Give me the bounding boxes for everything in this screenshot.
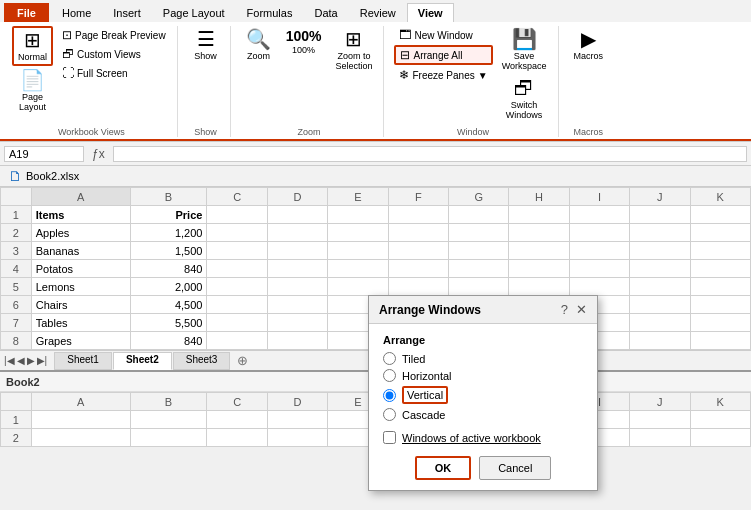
cell-d6[interactable] (267, 296, 327, 314)
cell-k7[interactable] (690, 314, 750, 332)
cell-d8[interactable] (267, 332, 327, 350)
col-header-f[interactable]: F (388, 188, 448, 206)
cell-a7[interactable]: Tables (31, 314, 130, 332)
cell-b1[interactable]: Price (130, 206, 207, 224)
cell-b5[interactable]: 2,000 (130, 278, 207, 296)
cell-j2[interactable] (630, 224, 690, 242)
cell-c6[interactable] (207, 296, 267, 314)
cell-e2[interactable] (328, 224, 388, 242)
radio-tiled-input[interactable] (383, 352, 396, 365)
bottom-cell-j2[interactable] (630, 429, 690, 447)
cell-g1[interactable] (448, 206, 508, 224)
dialog-cancel-button[interactable]: Cancel (479, 456, 551, 480)
cell-b3[interactable]: 1,500 (130, 242, 207, 260)
cell-i2[interactable] (569, 224, 629, 242)
bottom-row-2[interactable]: 2 (1, 429, 32, 447)
btn-normal[interactable]: ⊞ Normal (12, 26, 53, 66)
cell-b6[interactable]: 4,500 (130, 296, 207, 314)
cell-c1[interactable] (207, 206, 267, 224)
cell-g4[interactable] (448, 260, 508, 278)
row-header-4[interactable]: 4 (1, 260, 32, 278)
col-header-c[interactable]: C (207, 188, 267, 206)
row-header-7[interactable]: 7 (1, 314, 32, 332)
cell-f1[interactable] (388, 206, 448, 224)
cell-j1[interactable] (630, 206, 690, 224)
bottom-cell-b1[interactable] (130, 411, 207, 429)
active-workbook-checkbox[interactable] (383, 431, 396, 444)
cell-j6[interactable] (630, 296, 690, 314)
cell-f5[interactable] (388, 278, 448, 296)
radio-cascade[interactable]: Cascade (383, 408, 583, 421)
bottom-cell-c1[interactable] (207, 411, 267, 429)
btn-zoom-selection[interactable]: ⊞ Zoom toSelection (330, 26, 377, 74)
cell-c2[interactable] (207, 224, 267, 242)
sheet-nav-last[interactable]: ▶| (37, 355, 48, 366)
tab-insert[interactable]: Insert (102, 3, 152, 22)
cell-a8[interactable]: Grapes (31, 332, 130, 350)
cell-d1[interactable] (267, 206, 327, 224)
cell-h1[interactable] (509, 206, 569, 224)
cell-j3[interactable] (630, 242, 690, 260)
cell-i5[interactable] (569, 278, 629, 296)
cell-c7[interactable] (207, 314, 267, 332)
dialog-help-icon[interactable]: ? (561, 302, 568, 317)
cell-k4[interactable] (690, 260, 750, 278)
cell-a5[interactable]: Lemons (31, 278, 130, 296)
radio-tiled[interactable]: Tiled (383, 352, 583, 365)
bottom-cell-k1[interactable] (690, 411, 750, 429)
cell-k2[interactable] (690, 224, 750, 242)
tab-formulas[interactable]: Formulas (236, 3, 304, 22)
cell-f3[interactable] (388, 242, 448, 260)
bottom-cell-a2[interactable] (31, 429, 130, 447)
bottom-col-a[interactable]: A (31, 393, 130, 411)
cell-d2[interactable] (267, 224, 327, 242)
bottom-cell-j1[interactable] (630, 411, 690, 429)
row-header-3[interactable]: 3 (1, 242, 32, 260)
cell-g3[interactable] (448, 242, 508, 260)
cell-a6[interactable]: Chairs (31, 296, 130, 314)
btn-arrange-all[interactable]: ⊟ Arrange All (394, 45, 492, 65)
col-header-d[interactable]: D (267, 188, 327, 206)
radio-horizontal[interactable]: Horizontal (383, 369, 583, 382)
col-header-b[interactable]: B (130, 188, 207, 206)
cell-c8[interactable] (207, 332, 267, 350)
cell-e3[interactable] (328, 242, 388, 260)
btn-new-window[interactable]: 🗔 New Window (394, 26, 492, 44)
col-header-h[interactable]: H (509, 188, 569, 206)
cell-f2[interactable] (388, 224, 448, 242)
sheet-nav-first[interactable]: |◀ (4, 355, 15, 366)
cell-f4[interactable] (388, 260, 448, 278)
cell-d5[interactable] (267, 278, 327, 296)
cell-d3[interactable] (267, 242, 327, 260)
row-header-8[interactable]: 8 (1, 332, 32, 350)
cell-h3[interactable] (509, 242, 569, 260)
bottom-cell-c2[interactable] (207, 429, 267, 447)
cell-c5[interactable] (207, 278, 267, 296)
sheet-tab-sheet1[interactable]: Sheet1 (54, 352, 112, 370)
btn-100pct[interactable]: 100% 100% (281, 26, 327, 58)
cell-e4[interactable] (328, 260, 388, 278)
btn-freeze-panes[interactable]: ❄ Freeze Panes ▼ (394, 66, 492, 84)
cell-a1[interactable]: Items (31, 206, 130, 224)
cell-c3[interactable] (207, 242, 267, 260)
cell-k5[interactable] (690, 278, 750, 296)
formula-input[interactable] (113, 146, 747, 162)
col-header-k[interactable]: K (690, 188, 750, 206)
cell-k6[interactable] (690, 296, 750, 314)
btn-full-screen[interactable]: ⛶ Full Screen (57, 64, 171, 82)
btn-page-layout[interactable]: 📄 PageLayout (12, 67, 53, 115)
cell-h4[interactable] (509, 260, 569, 278)
bottom-col-d[interactable]: D (267, 393, 327, 411)
sheet-tab-sheet3[interactable]: Sheet3 (173, 352, 231, 370)
btn-save-workspace[interactable]: 💾 SaveWorkspace (497, 26, 552, 74)
cell-d7[interactable] (267, 314, 327, 332)
sheet-tab-add[interactable]: ⊕ (231, 353, 248, 368)
cell-j7[interactable] (630, 314, 690, 332)
cell-d4[interactable] (267, 260, 327, 278)
btn-macros[interactable]: ▶ Macros (569, 26, 609, 64)
cell-a4[interactable]: Potatos (31, 260, 130, 278)
col-header-e[interactable]: E (328, 188, 388, 206)
row-header-6[interactable]: 6 (1, 296, 32, 314)
radio-vertical[interactable]: Vertical (383, 386, 583, 404)
cell-e5[interactable] (328, 278, 388, 296)
